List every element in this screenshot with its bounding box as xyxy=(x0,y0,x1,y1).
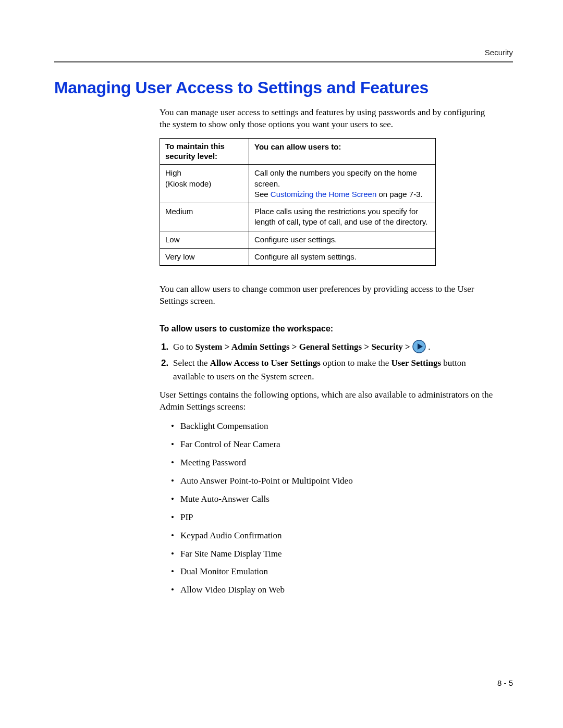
table-row: Very low Configure all system settings. xyxy=(160,248,436,265)
page: Security Managing User Access to Setting… xyxy=(0,0,563,728)
list-item: PIP xyxy=(171,512,493,524)
body-column: You can manage user access to settings a… xyxy=(160,107,493,596)
header-rule xyxy=(54,61,513,63)
options-list: Backlight Compensation Far Control of Ne… xyxy=(160,421,493,596)
table-row: High (Kiosk mode) Call only the numbers … xyxy=(160,165,436,203)
table-header-allow: You can allow users to: xyxy=(249,138,436,165)
list-item: Meeting Password xyxy=(171,457,493,469)
page-number: 8 - 5 xyxy=(497,678,513,687)
table-header-level: To maintain this security level: xyxy=(160,138,249,165)
table-row: Low Configure user settings. xyxy=(160,231,436,248)
list-item: Keypad Audio Confirmation xyxy=(171,530,493,542)
table-row: Medium Place calls using the restriction… xyxy=(160,203,436,231)
next-arrow-icon xyxy=(412,340,426,353)
list-item: Far Control of Near Camera xyxy=(171,439,493,451)
cross-reference-link[interactable]: Customizing the Home Screen xyxy=(271,190,376,199)
step-item: Go to System > Admin Settings > General … xyxy=(171,340,493,354)
section-title: Managing User Access to Settings and Fea… xyxy=(54,78,513,97)
security-level-table: To maintain this security level: You can… xyxy=(160,138,493,266)
step-item: Select the Allow Access to User Settings… xyxy=(171,356,493,383)
list-item: Auto Answer Point-to-Point or Multipoint… xyxy=(171,475,493,487)
list-item: Mute Auto-Answer Calls xyxy=(171,493,493,505)
after-steps-paragraph: User Settings contains the following opt… xyxy=(160,389,493,413)
procedure-heading: To allow users to customize the workspac… xyxy=(160,323,493,335)
list-item: Far Site Name Display Time xyxy=(171,548,493,560)
intro-paragraph: You can manage user access to settings a… xyxy=(160,107,493,131)
procedure-steps: Go to System > Admin Settings > General … xyxy=(160,340,493,384)
running-header: Security xyxy=(54,48,513,57)
list-item: Allow Video Display on Web xyxy=(171,584,493,596)
list-item: Backlight Compensation xyxy=(171,421,493,433)
after-table-paragraph: You can allow users to change common use… xyxy=(160,283,493,307)
list-item: Dual Monitor Emulation xyxy=(171,566,493,578)
